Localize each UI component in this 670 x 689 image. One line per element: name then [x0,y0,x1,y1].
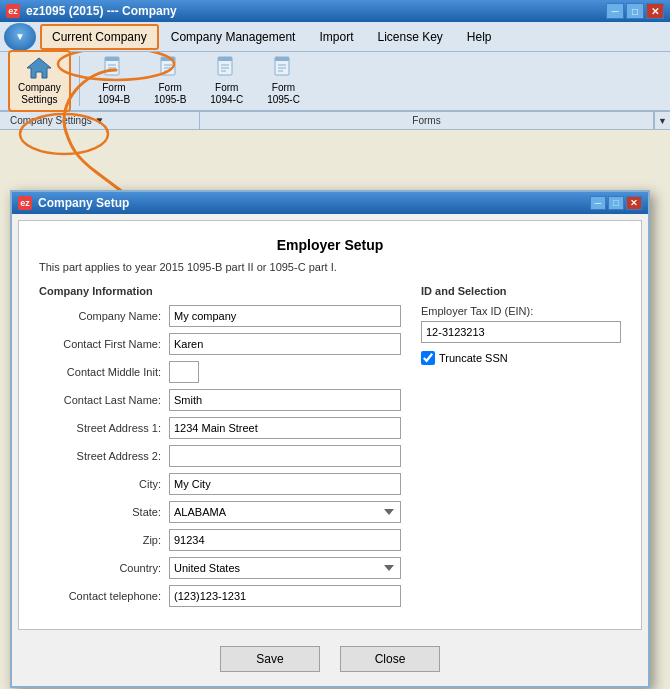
toolbar-form-1094b[interactable]: Form1094-B [88,50,140,112]
street-address-1-input[interactable] [169,417,401,439]
dialog-title-bar: ez Company Setup ─ □ ✕ [12,192,648,214]
truncate-ssn-label: Truncate SSN [439,352,508,364]
office-button[interactable]: ▼ [4,23,36,51]
country-label: Country: [39,562,169,574]
contact-telephone-label: Contact telephone: [39,590,169,602]
state-select[interactable]: ALABAMA ALASKA ARIZONA ARKANSAS CALIFORN… [169,501,401,523]
form-1094c-icon [213,56,241,80]
state-label: State: [39,506,169,518]
street-address-1-row: Street Address 1: [39,417,401,439]
toolbar-form-1095b[interactable]: Form1095-B [144,50,196,112]
minimize-button[interactable]: ─ [606,3,624,19]
form-1095b-icon [156,56,184,80]
contact-last-name-input[interactable] [169,389,401,411]
zip-input[interactable] [169,529,401,551]
toolbar-form-1094c[interactable]: Form1094-C [200,50,253,112]
toolbar-company-settings-label: CompanySettings [18,82,61,106]
city-row: City: [39,473,401,495]
zip-row: Zip: [39,529,401,551]
menu-company-management[interactable]: Company Management [159,24,308,50]
dialog-close-button[interactable]: ✕ [626,196,642,210]
forms-expand-icon[interactable]: ▼ [654,112,670,129]
main-title-bar: ez ez1095 (2015) --- Company ─ □ ✕ [0,0,670,22]
street-address-2-input[interactable] [169,445,401,467]
ein-label: Employer Tax ID (EIN): [421,305,621,317]
toolbar-company-settings[interactable]: CompanySettings [8,50,71,112]
forms-section-label: Forms [200,112,654,129]
window-controls: ─ □ ✕ [606,3,664,19]
toolbar-divider [79,56,80,106]
ein-input[interactable] [421,321,621,343]
close-button[interactable]: ✕ [646,3,664,19]
company-name-input[interactable] [169,305,401,327]
dialog-footer: Save Close [12,636,648,686]
dialog-content: Employer Setup This part applies to year… [18,220,642,630]
restore-button[interactable]: □ [626,3,644,19]
right-section-title: ID and Selection [421,285,621,297]
svg-rect-7 [161,57,175,61]
contact-telephone-row: Contact telephone: [39,585,401,607]
contact-last-name-label: Contact Last Name: [39,394,169,406]
form-1094b-icon [100,56,128,80]
app-icon: ez [6,4,20,18]
toolbar: CompanySettings Form1094-B For [0,52,670,112]
dialog-two-col: Company Information Company Name: Contac… [39,285,621,613]
window-title: ez1095 (2015) --- Company [26,4,177,18]
svg-rect-17 [275,57,289,61]
truncate-ssn-row: Truncate SSN [421,351,621,365]
truncate-ssn-checkbox[interactable] [421,351,435,365]
close-dialog-button[interactable]: Close [340,646,440,672]
right-column: ID and Selection Employer Tax ID (EIN): … [421,285,621,613]
company-setup-dialog: ez Company Setup ─ □ ✕ Employer Setup Th… [10,190,650,688]
menu-current-company[interactable]: Current Company [40,24,159,50]
company-name-label: Company Name: [39,310,169,322]
dialog-title: Company Setup [38,196,129,210]
contact-last-name-row: Contact Last Name: [39,389,401,411]
left-column: Company Information Company Name: Contac… [39,285,401,613]
contact-middle-init-label: Contact Middle Init: [39,366,169,378]
company-settings-section-label: Company Settings ▼ [0,112,200,129]
contact-first-name-label: Contact First Name: [39,338,169,350]
menu-import[interactable]: Import [307,24,365,50]
contact-middle-init-input[interactable] [169,361,199,383]
toolbar-form-1095c[interactable]: Form1095-C [257,50,310,112]
state-row: State: ALABAMA ALASKA ARIZONA ARKANSAS C… [39,501,401,523]
company-name-row: Company Name: [39,305,401,327]
contact-telephone-input[interactable] [169,585,401,607]
left-section-title: Company Information [39,285,401,297]
country-row: Country: United States Canada Mexico [39,557,401,579]
zip-label: Zip: [39,534,169,546]
svg-marker-0 [27,58,51,78]
menu-license-key[interactable]: License Key [365,24,454,50]
form-1095c-icon [270,56,298,80]
dialog-minimize-button[interactable]: ─ [590,196,606,210]
contact-first-name-input[interactable] [169,333,401,355]
street-address-2-label: Street Address 2: [39,450,169,462]
dialog-restore-button[interactable]: □ [608,196,624,210]
menu-bar: ▼ Current Company Company Management Imp… [0,22,670,52]
svg-rect-12 [218,57,232,61]
country-select[interactable]: United States Canada Mexico [169,557,401,579]
section-label-bar: Company Settings ▼ Forms ▼ [0,112,670,130]
street-address-1-label: Street Address 1: [39,422,169,434]
dialog-heading: Employer Setup [39,237,621,253]
toolbar-form-1095c-label: Form1095-C [267,82,300,106]
contact-first-name-row: Contact First Name: [39,333,401,355]
toolbar-form-1094c-label: Form1094-C [210,82,243,106]
svg-rect-2 [105,57,119,61]
menu-help[interactable]: Help [455,24,504,50]
toolbar-form-1094b-label: Form1094-B [98,82,130,106]
contact-middle-init-row: Contact Middle Init: [39,361,401,383]
dialog-app-icon: ez [18,196,32,210]
city-input[interactable] [169,473,401,495]
home-icon [25,56,53,80]
dialog-window-controls: ─ □ ✕ [590,196,642,210]
street-address-2-row: Street Address 2: [39,445,401,467]
city-label: City: [39,478,169,490]
save-button[interactable]: Save [220,646,320,672]
toolbar-form-1095b-label: Form1095-B [154,82,186,106]
dialog-subtitle: This part applies to year 2015 1095-B pa… [39,261,621,273]
